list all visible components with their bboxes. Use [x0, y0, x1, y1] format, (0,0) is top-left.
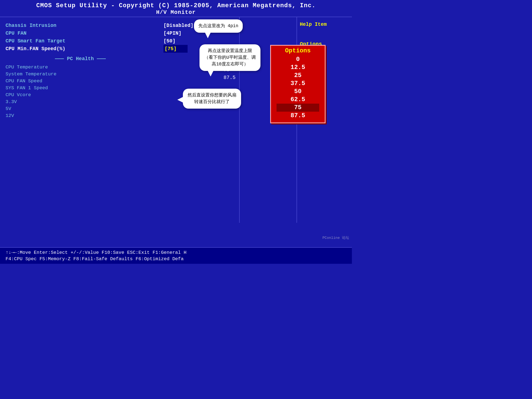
- option-25[interactable]: 25: [277, 71, 319, 80]
- main-content-area: Chassis Intrusion CPU FAN CPU Smart Fan …: [0, 17, 352, 223]
- speech-bubble-1: 先点这里改为 4pin: [194, 19, 243, 33]
- option-87-5[interactable]: 87.5: [277, 112, 319, 120]
- left-menu-panel: Chassis Intrusion CPU FAN CPU Smart Fan …: [0, 17, 161, 223]
- speech-bubble-3: 然后直设置你想要的风扇转速百分比就行了: [183, 89, 241, 109]
- footer-row-2: F4:CPU Spec F5:Memory-Z F8:Fail-Safe Def…: [6, 256, 346, 262]
- health-item-cpu-vcore: CPU Vcore: [6, 91, 155, 98]
- health-item-5v: 5V: [6, 105, 155, 112]
- header-title-line2: H/V Monitor: [0, 9, 352, 16]
- option-62-5[interactable]: 62.5: [277, 96, 319, 104]
- footer-text-2: F4:CPU Spec F5:Memory-Z F8:Fail-Safe Def…: [6, 256, 184, 262]
- options-dropdown-title: Options: [277, 47, 319, 54]
- option-37-5[interactable]: 37.5: [277, 80, 319, 88]
- health-item-12v: 12V: [6, 112, 155, 119]
- help-title: Help Item: [300, 22, 349, 27]
- health-item-cpu-fan-speed: CPU FAN Speed: [6, 78, 155, 85]
- header-title-line1: CMOS Setup Utility - Copyright (C) 1985-…: [0, 2, 352, 9]
- footer-row-1: ↑↓→←:Move Enter:Select +/-/:Value F10:Sa…: [6, 249, 346, 256]
- bubble3-text: 然后直设置你想要的风扇转速百分比就行了: [183, 89, 241, 109]
- option-75-selected[interactable]: 75: [277, 104, 319, 112]
- section-divider-pc-health: ——— PC Health ———: [6, 53, 155, 64]
- bios-header: CMOS Setup Utility - Copyright (C) 1985-…: [0, 0, 352, 17]
- bubble1-text: 先点这里改为 4pin: [194, 19, 243, 33]
- menu-item-min-fan-speed[interactable]: CPU Min.FAN Speed(%): [6, 45, 155, 53]
- health-item-3v3: 3.3V: [6, 98, 155, 105]
- menu-item-cpufan[interactable]: CPU FAN: [6, 29, 155, 37]
- health-item-sys-temp: System Temperature: [6, 71, 155, 78]
- health-item-sys-fan-speed: SYS FAN 1 Speed: [6, 85, 155, 91]
- health-item-cpu-temp: CPU Temperature: [6, 64, 155, 71]
- menu-item-chassis[interactable]: Chassis Intrusion: [6, 22, 155, 29]
- option-12-5[interactable]: 12.5: [277, 63, 319, 71]
- option-0[interactable]: 0: [277, 55, 319, 63]
- value-75-selected[interactable]: [75]: [163, 45, 188, 53]
- right-col2-val4: 87.5: [224, 74, 236, 81]
- bubble2-text: 再点这里设置温度上限（看下你的U平时温度、调高10度左右即可）: [200, 44, 260, 71]
- footer-text-1: ↑↓→←:Move Enter:Select +/-/:Value F10:Sa…: [6, 250, 186, 255]
- option-50[interactable]: 50: [277, 88, 319, 96]
- menu-item-smart-fan[interactable]: CPU Smart Fan Target: [6, 37, 155, 45]
- speech-bubble-2: 再点这里设置温度上限（看下你的U平时温度、调高10度左右即可）: [200, 44, 260, 71]
- watermark: PConline 论坛: [323, 235, 349, 240]
- options-dropdown-panel: Options 0 12.5 25 37.5 50 62.5 75 87.5: [270, 45, 326, 123]
- bios-footer: ↑↓→←:Move Enter:Select +/-/:Value F10:Sa…: [0, 247, 352, 264]
